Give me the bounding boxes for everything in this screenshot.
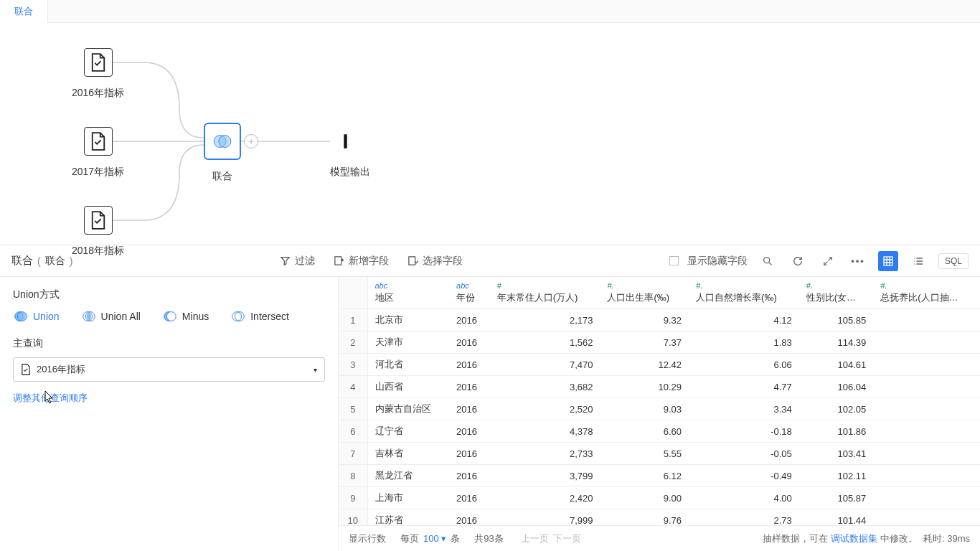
venn-icon [81,309,97,324]
expand-button[interactable] [818,251,838,271]
refresh-button[interactable] [788,251,808,271]
search-button[interactable] [758,251,778,271]
mid-toolbar: 联合 ( 联合 ) 过滤 新增字段 选择字段 显示隐藏字段 ••• SQL [0,245,980,277]
svg-point-1 [219,136,231,148]
column-header[interactable]: #.性别比(女… [799,277,874,309]
main-query-select[interactable]: 2016年指标 ▾ [13,357,325,382]
option-union[interactable]: Union [13,309,60,324]
svg-rect-3 [409,257,415,265]
search-icon [762,255,773,267]
table-row[interactable]: 4山西省20163,68210.294.77106.04 [339,376,980,398]
more-icon: ••• [851,255,865,266]
list-view-button[interactable] [908,251,928,271]
table-row[interactable]: 3河北省20167,47012.426.06104.61 [339,354,980,376]
table-row[interactable]: 9上海市20162,4209.004.00105.87 [339,487,980,509]
play-icon [336,127,364,156]
column-header[interactable]: #.总抚养比(人口抽… [873,277,980,309]
tab-union[interactable]: 联合 [0,0,48,23]
next-page-button[interactable]: 下一页 [553,532,581,545]
venn-icon [162,309,178,324]
show-hidden-checkbox[interactable]: 显示隐藏字段 [669,255,748,268]
svg-point-7 [17,312,27,321]
column-header[interactable]: abc地区 [367,277,449,309]
document-icon [21,364,31,375]
flow-canvas[interactable]: 2016年指标 2017年指标 2018年指标 联合 + 模型输出 [0,23,980,245]
svg-rect-5 [884,257,892,265]
table-icon [882,255,894,267]
add-field-button[interactable]: 新增字段 [334,255,389,268]
node-union[interactable]: 联合 [204,123,241,183]
rownum-header [339,277,367,309]
node-label: 2018年指标 [72,245,124,258]
column-header[interactable]: abc年份 [449,277,490,309]
add-node-button[interactable]: + [244,134,258,149]
node-label: 模型输出 [330,166,370,179]
node-label: 联合 [204,170,241,183]
node-2017[interactable]: 2017年指标 [72,127,124,179]
column-header[interactable]: #.人口自然增长率(‰) [689,277,799,309]
main-query-label: 主查询 [13,337,325,350]
document-icon [84,206,113,235]
breadcrumb-sub: 联合 [45,255,65,268]
table-row[interactable]: 1北京市20162,1739.324.12105.85 [339,309,980,331]
node-2016[interactable]: 2016年指标 [72,48,124,100]
svg-point-4 [764,257,770,263]
table-row[interactable]: 2天津市20161,5627.371.83114.39 [339,331,980,354]
total-count: 共93条 [474,532,503,545]
data-grid[interactable]: abc地区abc年份#年末常住人口(万人)#.人口出生率(‰)#.人口自然增长率… [339,277,980,525]
union-method-label: Union方式 [13,288,325,301]
node-output[interactable]: 模型输出 [330,127,370,179]
option-minus[interactable]: Minus [162,309,209,324]
venn-icon [13,309,29,324]
svg-rect-2 [335,257,341,265]
breadcrumb-title: 联合 [11,254,33,268]
page-size-select[interactable]: 100 ▾ [423,533,446,544]
debug-dataset-link[interactable]: 调试数据集 [831,532,877,545]
column-header[interactable]: #年末常住人口(万人) [490,277,600,309]
table-view-button[interactable] [878,251,898,271]
cost-label: 耗时: 39ms [923,532,970,545]
chevron-down-icon: ▾ [314,366,317,374]
union-config-panel: Union方式 Union Union All Minus Intersect … [0,277,339,551]
venn-icon [204,123,241,160]
table-row[interactable]: 5内蒙古自治区20162,5209.033.34102.05 [339,398,980,420]
more-button[interactable]: ••• [848,251,868,271]
select-field-icon [407,255,418,266]
list-icon [913,255,924,267]
document-icon [84,127,113,156]
filter-button[interactable]: 过滤 [280,255,315,268]
tab-bar: 联合 [0,0,980,23]
table-row[interactable]: 6辽宁省20164,3786.60-0.18101.86 [339,420,980,443]
filter-icon [280,255,291,266]
rows-label: 显示行数 [349,532,386,545]
table-row[interactable]: 8黑龙江省20163,7996.12-0.49102.11 [339,465,980,487]
add-field-icon [334,255,344,266]
sql-button[interactable]: SQL [938,253,969,269]
svg-point-12 [232,312,242,321]
node-label: 2017年指标 [72,166,124,179]
svg-point-11 [166,312,176,321]
prev-page-button[interactable]: 上一页 [521,532,549,545]
venn-icon [230,309,246,324]
node-2018[interactable]: 2018年指标 [72,206,124,258]
refresh-icon [792,255,804,267]
select-field-button[interactable]: 选择字段 [407,255,463,268]
option-intersect[interactable]: Intersect [230,309,289,324]
table-row[interactable]: 10江苏省20167,9999.762.73101.44 [339,509,980,526]
option-union-all[interactable]: Union All [81,309,141,324]
column-header[interactable]: #.人口出生率(‰) [600,277,689,309]
grid-footer: 显示行数 每页 100 ▾ 条 共93条 上一页 下一页 抽样数据，可在 调试数… [339,525,980,551]
svg-point-13 [235,312,245,321]
paren: ( [37,255,41,267]
cursor-icon [44,390,55,405]
checkbox-icon [669,256,679,265]
document-icon [84,48,113,77]
expand-icon [823,256,833,266]
table-row[interactable]: 7吉林省20162,7335.55-0.05103.41 [339,443,980,465]
node-label: 2016年指标 [72,87,124,100]
